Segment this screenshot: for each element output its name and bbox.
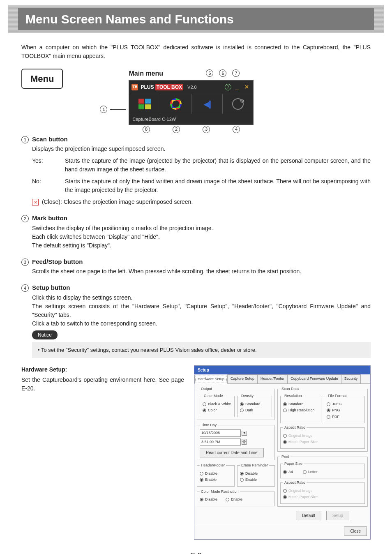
page-title: Menu Screen Names and Functions xyxy=(18,8,374,30)
legend-print-aspect: Aspect Ratio xyxy=(283,480,307,486)
yes-label: Yes: xyxy=(32,157,65,174)
section-setup: 4 Setup button Click this to display the… xyxy=(21,283,371,358)
app-version: V2.0 xyxy=(187,84,197,91)
notice-pill: Notice xyxy=(32,330,58,339)
label-dark: Dark xyxy=(245,408,253,413)
radio-a4[interactable] xyxy=(283,470,287,474)
radio-res-standard[interactable] xyxy=(283,402,287,406)
tab-hardware[interactable]: Hardware Setup xyxy=(194,375,228,384)
legend-color-restrict: Color Mode Restriction xyxy=(200,489,240,495)
radio-bw[interactable] xyxy=(203,402,206,406)
callouts-bottom: 8 2 3 4 xyxy=(129,124,254,135)
callout-2: 2 xyxy=(173,126,180,133)
section-feed: 3 Feed/Stop button Scrolls the sheet one… xyxy=(21,257,371,276)
radio-er-enable[interactable] xyxy=(240,478,244,482)
label-a4: A4 xyxy=(288,469,293,475)
radio-standard-density[interactable] xyxy=(240,402,244,406)
tab-capture[interactable]: Capture Setup xyxy=(227,374,258,383)
scan-icon xyxy=(138,99,151,109)
callout-6: 6 xyxy=(219,69,226,77)
tab-header-footer[interactable]: Header/Footer xyxy=(257,374,288,383)
label-bw: Black & White xyxy=(208,402,231,407)
legend-density: Density xyxy=(240,393,255,399)
notice-box: • To set the "Security" settings, contac… xyxy=(32,342,371,358)
input-time[interactable]: 3:51:09 PM xyxy=(200,439,241,446)
section-body-4: Click this to display the settings scree… xyxy=(32,293,371,328)
fieldset-time-day: Time Day 10/15/2008 ▼ 3:51:09 PM ▲ ▼ Rea… xyxy=(197,422,275,461)
label-pa-orig: Original Image xyxy=(288,488,313,494)
callout-3: 3 xyxy=(203,126,210,133)
legend-paper-size: Paper Size xyxy=(283,461,304,467)
radio-hf-disable[interactable] xyxy=(200,472,203,476)
mark-button[interactable] xyxy=(160,94,191,114)
dialog-right-col: Scan Data Resolution Standard High Resol… xyxy=(277,386,368,520)
hw-title: Hardware Setup: xyxy=(21,365,184,374)
radio-sa-orig[interactable] xyxy=(283,434,287,438)
tab-firmware[interactable]: Copyboard Firmware Update xyxy=(287,374,341,383)
fieldset-erase-reminder: Erase Reminder Disable Enable xyxy=(237,463,275,487)
radio-png[interactable] xyxy=(327,409,330,412)
section-title-2: Mark button xyxy=(32,214,67,223)
scan-button[interactable] xyxy=(129,94,160,114)
radio-sa-match[interactable] xyxy=(283,440,287,444)
label-pdf: PDF xyxy=(332,414,339,420)
radio-pa-orig[interactable] xyxy=(283,489,287,493)
section-num-4: 4 xyxy=(21,284,29,292)
tab-security[interactable]: Security xyxy=(341,374,361,383)
fieldset-density: Density Standard Dark xyxy=(237,393,272,417)
fieldset-scan-data: Scan Data Resolution Standard High Resol… xyxy=(277,386,368,452)
radio-color[interactable] xyxy=(203,409,206,412)
default-button[interactable]: Default xyxy=(296,511,321,520)
dialog-left-col: Output Color Mode Black & White Color De… xyxy=(197,386,275,520)
feed-button[interactable]: ◀|| xyxy=(191,94,223,114)
setup-apply-button[interactable]: Setup xyxy=(326,511,349,520)
radio-hf-enable[interactable] xyxy=(200,478,203,482)
dialog-title: Setup xyxy=(194,366,370,374)
label-standard-density: Standard xyxy=(245,402,261,407)
close-icon[interactable]: ✕ xyxy=(243,83,251,91)
legend-resolution: Resolution xyxy=(283,393,303,399)
setup-button[interactable] xyxy=(223,94,254,114)
radio-res-high[interactable] xyxy=(283,409,287,412)
label-cr-enable: Enable xyxy=(231,497,242,503)
yes-row: Yes: Starts the capture of the image (pr… xyxy=(32,157,371,174)
legend-scan-aspect: Aspect Ratio xyxy=(283,425,307,431)
label-sa-orig: Original Image xyxy=(288,433,313,439)
time-up-icon[interactable]: ▲ xyxy=(242,439,247,442)
minimize-icon[interactable]: _ xyxy=(234,82,241,92)
section-num-2: 2 xyxy=(21,215,29,222)
help-icon[interactable]: ? xyxy=(225,84,231,90)
hardware-setup-text: Hardware Setup: Set the Captureboard's o… xyxy=(21,365,184,540)
menu-row: Menu Main menu 5 6 7 1 TB PLUS TOOL BOX xyxy=(21,69,371,125)
input-date[interactable]: 10/15/2008 xyxy=(200,429,241,437)
notice-text: To set the "Security" settings, contact … xyxy=(41,347,257,353)
radio-jpeg[interactable] xyxy=(327,402,330,406)
close-button[interactable]: Close xyxy=(344,526,367,536)
radio-er-disable[interactable] xyxy=(240,472,244,476)
radio-pdf[interactable] xyxy=(327,415,330,419)
callout-left: 1 xyxy=(100,106,126,113)
radio-dark[interactable] xyxy=(240,409,244,412)
legend-output: Output xyxy=(200,386,213,392)
legend-file-format: File Format xyxy=(327,393,348,399)
brand-tool: TOOL BOX xyxy=(155,84,183,90)
toolbar: ◀|| xyxy=(129,94,253,114)
radio-cr-enable[interactable] xyxy=(226,498,229,501)
menu-label: Menu xyxy=(21,69,63,89)
brand-plus: PLUS xyxy=(141,84,154,90)
legend-header-footer: Header/Footer xyxy=(200,463,226,469)
read-date-button[interactable]: Read current Date and Time xyxy=(200,448,264,457)
time-down-icon[interactable]: ▼ xyxy=(242,442,247,445)
fieldset-color-restrict: Color Mode Restriction Disable Enable xyxy=(197,489,275,506)
yes-text: Starts the capture of the image (project… xyxy=(65,157,371,174)
close-text: Closes the projection image superimposed… xyxy=(64,198,371,206)
radio-cr-disable[interactable] xyxy=(200,498,203,501)
fieldset-resolution: Resolution Standard High Resolution xyxy=(280,393,321,423)
section-mark: 2 Mark button Switches the display of th… xyxy=(21,214,371,250)
section-num-1: 1 xyxy=(21,136,29,143)
feed-icon: ◀|| xyxy=(203,98,210,110)
radio-pa-match[interactable] xyxy=(283,495,287,499)
date-dropdown-icon[interactable]: ▼ xyxy=(242,431,247,436)
radio-letter[interactable] xyxy=(303,470,307,474)
setup-icon xyxy=(232,98,244,110)
